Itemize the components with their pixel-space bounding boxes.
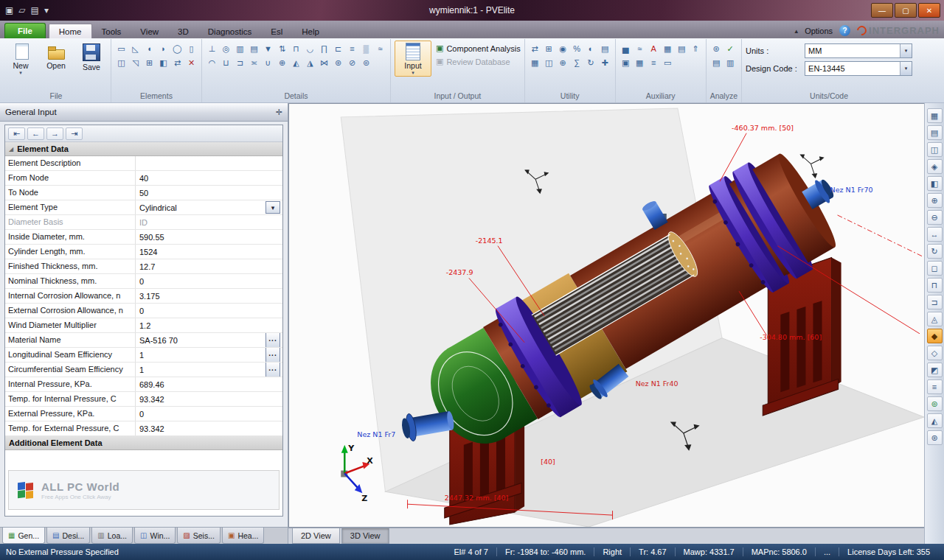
calculator-icon[interactable]: ⊞	[543, 43, 555, 55]
insulation-icon[interactable]: ▤	[248, 43, 260, 55]
print-view-icon[interactable]: ▤	[927, 125, 943, 140]
component-analysis-button[interactable]: ▣ Component Analysis	[436, 43, 521, 53]
weld-seam-icon[interactable]: ≍	[248, 57, 260, 69]
jacket-icon[interactable]: ⊔	[220, 57, 232, 69]
additional-element-data-header[interactable]: Additional Element Data	[5, 436, 282, 450]
print-report-icon[interactable]: ▭	[662, 57, 674, 69]
property-value-field[interactable]: 1 ▾ ...	[136, 363, 282, 377]
cone-element-icon[interactable]: ◺	[129, 43, 142, 55]
liquid-level-icon[interactable]: ≈	[374, 43, 386, 55]
screen-capture-icon[interactable]: ▣	[620, 57, 632, 69]
refresh-icon[interactable]: ↻	[585, 57, 597, 69]
close-button[interactable]: ✕	[918, 3, 940, 18]
highlight-element-icon[interactable]: ◆	[927, 329, 943, 343]
ellipsis-button[interactable]: ...	[266, 333, 280, 347]
element-data-header[interactable]: ◢ Element Data	[5, 142, 282, 156]
property-value-field[interactable]: 93.342 ▾ ...	[136, 392, 282, 406]
zoom-window-icon[interactable]: ◧	[927, 176, 943, 191]
units-combobox[interactable]: MM ▾	[805, 43, 912, 58]
body-flange-icon[interactable]: ◫	[115, 57, 128, 69]
quick-new-icon[interactable]: ▱	[18, 6, 25, 15]
elliptical-head-icon[interactable]: ◖	[143, 43, 156, 55]
delete-element-icon[interactable]: ✕	[185, 57, 198, 69]
front-view-icon[interactable]: ◻	[927, 261, 943, 276]
pin-icon[interactable]: ✛	[276, 108, 282, 117]
3d-viewport[interactable]: Y X Z -460.37 mm. [50] -2145.1 -2437.9 -…	[288, 103, 924, 528]
property-value-field[interactable]: 0 ▾ ...	[136, 274, 282, 288]
stiffening-ring-icon[interactable]: ◎	[220, 43, 232, 55]
review-database-button[interactable]: ▣ Review Database	[436, 57, 521, 66]
torispherical-head-icon[interactable]: ◗	[157, 43, 170, 55]
chart-icon[interactable]: ▅	[620, 43, 632, 55]
iso-view-icon[interactable]: ◬	[927, 312, 943, 326]
tab-diagnostics[interactable]: Diagnostics	[198, 24, 261, 38]
spherical-head-icon[interactable]: ◯	[171, 43, 184, 55]
tab-2d-view[interactable]: 2D View	[292, 528, 340, 544]
collapse-triangle-icon[interactable]: ◢	[9, 146, 13, 153]
view-settings-icon[interactable]: ⊛	[927, 430, 943, 445]
analyze-icon[interactable]: ⊛	[710, 43, 723, 55]
property-value-field[interactable]: 0 ▾ ...	[136, 407, 282, 421]
stress-plot-icon[interactable]: ≈	[634, 43, 646, 55]
tab-3d[interactable]: 3D	[168, 24, 198, 38]
tab-view[interactable]: View	[131, 24, 168, 38]
skirt-support-icon[interactable]: ◹	[129, 57, 142, 69]
unit-converter-icon[interactable]: ⇄	[529, 43, 541, 55]
lug-icon[interactable]: ⊏	[332, 43, 344, 55]
insert-element-icon[interactable]: ⊞	[143, 57, 156, 69]
3d-scene[interactable]: Y X Z -460.37 mm. [50] -2145.1 -2437.9 -…	[289, 104, 924, 527]
input-button[interactable]: Input ▾	[395, 41, 431, 77]
collapse-ribbon-icon[interactable]: ▴	[795, 27, 799, 35]
first-element-button[interactable]: ⇤	[8, 127, 25, 140]
previous-element-button[interactable]: ←	[27, 127, 44, 140]
save-button[interactable]: Save	[76, 41, 107, 72]
pan-icon[interactable]: ↔	[927, 227, 943, 242]
last-element-button[interactable]: ⇥	[66, 127, 83, 140]
show-dimensions-icon[interactable]: ≡	[927, 379, 943, 394]
cylinder-element-icon[interactable]: ▭	[115, 43, 128, 55]
percent-icon[interactable]: %	[571, 43, 583, 55]
tab-help[interactable]: Help	[292, 24, 329, 38]
zoom-in-icon[interactable]: ⊕	[927, 193, 943, 208]
tab-esl[interactable]: Esl	[261, 24, 292, 38]
force-moment-icon[interactable]: ⇅	[276, 43, 288, 55]
tab-heat-exchanger[interactable]: ▣ Hea...	[222, 528, 264, 544]
tab-load-cases[interactable]: ▥ Loa...	[91, 528, 133, 544]
zoom-extents-icon[interactable]: ◈	[927, 159, 943, 174]
tab-file[interactable]: File	[4, 23, 46, 38]
pipe-properties-icon[interactable]: ◐	[585, 43, 597, 55]
property-value-field[interactable]: 590.55 ▾ ...	[136, 230, 282, 244]
seismic-profile-icon[interactable]: ◮	[304, 57, 316, 69]
center-of-gravity-icon[interactable]: ⊕	[276, 57, 288, 69]
data-table-icon[interactable]: ▦	[634, 57, 646, 69]
chevron-down-icon[interactable]: ▾	[900, 44, 912, 57]
batch-run-icon[interactable]: ▥	[724, 57, 737, 69]
platform-icon[interactable]: ⊓	[290, 43, 302, 55]
tab-wind-data[interactable]: ◫ Win...	[134, 528, 176, 544]
report-book-icon[interactable]: ▤	[676, 43, 688, 55]
side-view-icon[interactable]: ⊐	[927, 295, 943, 309]
flat-head-icon[interactable]: ▯	[185, 43, 198, 55]
saddle-icon[interactable]: ◡	[304, 43, 316, 55]
tab-3d-view[interactable]: 3D View	[341, 528, 389, 544]
find-node-icon[interactable]: ◉	[557, 43, 569, 55]
chevron-down-icon[interactable]: ▾	[900, 62, 912, 75]
show-supports-icon[interactable]: ◭	[927, 413, 943, 428]
export-icon[interactable]: ⇑	[690, 43, 702, 55]
notes-icon[interactable]: ▤	[599, 43, 611, 55]
error-check-icon[interactable]: ✓	[724, 43, 737, 55]
wind-profile-icon[interactable]: ◭	[290, 57, 302, 69]
property-value-field[interactable]: 3.175 ▾ ...	[136, 289, 282, 303]
property-value-field[interactable]: ▾ ...	[136, 156, 282, 170]
weight-icon[interactable]: ▼	[262, 43, 274, 55]
top-view-icon[interactable]: ⊓	[927, 278, 943, 293]
copy-image-icon[interactable]: ◫	[927, 142, 943, 157]
rotate-view-icon[interactable]: ↻	[927, 244, 943, 259]
packing-icon[interactable]: ▒	[360, 43, 372, 55]
property-value-field[interactable]: 689.46 ▾ ...	[136, 377, 282, 391]
property-value-field[interactable]: SA-516 70 ▾ ...	[136, 333, 282, 347]
property-value-field[interactable]: 1 ▾ ...	[136, 348, 282, 362]
property-value-field[interactable]: 93.342 ▾ ...	[136, 421, 282, 435]
ellipsis-button[interactable]: ...	[266, 363, 280, 377]
zoom-out-icon[interactable]: ⊖	[927, 210, 943, 225]
